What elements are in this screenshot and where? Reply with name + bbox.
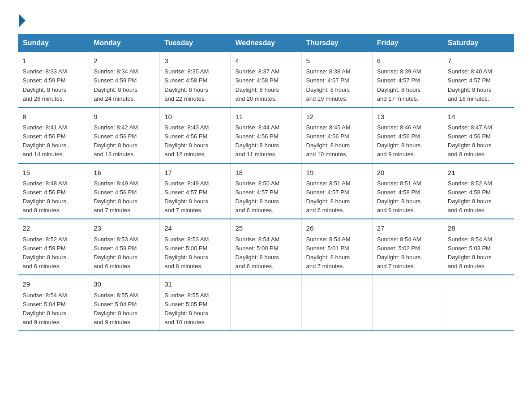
day-info: Sunrise: 8:33 AMSunset: 4:59 PMDaylight:… [23, 67, 85, 103]
calendar-cell: 6Sunrise: 8:39 AMSunset: 4:57 PMDaylight… [372, 52, 443, 107]
day-number: 24 [164, 223, 226, 233]
day-number: 17 [164, 167, 226, 178]
day-number: 12 [306, 111, 368, 122]
calendar-week-row: 22Sunrise: 8:52 AMSunset: 4:59 PMDayligh… [18, 219, 514, 275]
calendar-cell: 27Sunrise: 8:54 AMSunset: 5:02 PMDayligh… [372, 219, 443, 275]
calendar-week-row: 8Sunrise: 8:41 AMSunset: 4:56 PMDaylight… [18, 107, 514, 163]
calendar-table: SundayMondayTuesdayWednesdayThursdayFrid… [18, 34, 514, 331]
calendar-header-monday: Monday [89, 34, 160, 52]
calendar-cell: 10Sunrise: 8:43 AMSunset: 4:56 PMDayligh… [160, 107, 231, 163]
day-info: Sunrise: 8:54 AMSunset: 5:04 PMDaylight:… [23, 291, 85, 327]
day-number: 13 [377, 111, 438, 122]
day-info: Sunrise: 8:52 AMSunset: 4:58 PMDaylight:… [448, 179, 510, 215]
day-number: 1 [23, 56, 85, 66]
day-info: Sunrise: 8:53 AMSunset: 5:00 PMDaylight:… [164, 235, 226, 271]
day-info: Sunrise: 8:53 AMSunset: 4:59 PMDaylight:… [94, 235, 155, 271]
day-info: Sunrise: 8:54 AMSunset: 5:00 PMDaylight:… [235, 235, 296, 271]
day-info: Sunrise: 8:46 AMSunset: 4:56 PMDaylight:… [377, 123, 438, 159]
calendar-cell: 18Sunrise: 8:50 AMSunset: 4:57 PMDayligh… [231, 163, 301, 219]
day-info: Sunrise: 8:54 AMSunset: 5:03 PMDaylight:… [448, 235, 510, 271]
day-info: Sunrise: 8:54 AMSunset: 5:02 PMDaylight:… [377, 235, 438, 271]
day-number: 2 [94, 56, 155, 66]
calendar-header-friday: Friday [372, 34, 443, 52]
day-number: 8 [23, 111, 85, 122]
calendar-cell: 13Sunrise: 8:46 AMSunset: 4:56 PMDayligh… [372, 107, 443, 163]
day-info: Sunrise: 8:51 AMSunset: 4:57 PMDaylight:… [306, 179, 368, 215]
calendar-cell: 9Sunrise: 8:42 AMSunset: 4:56 PMDaylight… [89, 107, 160, 163]
calendar-cell: 26Sunrise: 8:54 AMSunset: 5:01 PMDayligh… [301, 219, 372, 275]
calendar-cell: 8Sunrise: 8:41 AMSunset: 4:56 PMDaylight… [18, 107, 89, 163]
calendar-cell: 1Sunrise: 8:33 AMSunset: 4:59 PMDaylight… [18, 52, 89, 107]
logo [18, 13, 26, 25]
calendar-cell: 24Sunrise: 8:53 AMSunset: 5:00 PMDayligh… [160, 219, 231, 275]
logo-arrow-icon [19, 14, 26, 27]
day-number: 27 [377, 223, 438, 233]
calendar-cell: 16Sunrise: 8:49 AMSunset: 4:56 PMDayligh… [89, 163, 160, 219]
day-number: 29 [23, 279, 85, 289]
calendar-week-row: 15Sunrise: 8:48 AMSunset: 4:56 PMDayligh… [18, 163, 514, 219]
day-info: Sunrise: 8:35 AMSunset: 4:58 PMDaylight:… [164, 67, 226, 103]
day-number: 10 [164, 111, 226, 122]
day-number: 31 [164, 279, 226, 289]
calendar-week-row: 1Sunrise: 8:33 AMSunset: 4:59 PMDaylight… [18, 52, 514, 107]
calendar-cell: 19Sunrise: 8:51 AMSunset: 4:57 PMDayligh… [301, 163, 372, 219]
day-info: Sunrise: 8:40 AMSunset: 4:57 PMDaylight:… [448, 67, 510, 103]
calendar-header-saturday: Saturday [443, 34, 514, 52]
calendar-cell: 14Sunrise: 8:47 AMSunset: 4:56 PMDayligh… [443, 107, 514, 163]
calendar-cell: 28Sunrise: 8:54 AMSunset: 5:03 PMDayligh… [443, 219, 514, 275]
day-number: 19 [306, 167, 368, 178]
calendar-cell [372, 275, 443, 331]
calendar-cell [231, 275, 301, 331]
calendar-cell: 17Sunrise: 8:49 AMSunset: 4:57 PMDayligh… [160, 163, 231, 219]
day-info: Sunrise: 8:49 AMSunset: 4:56 PMDaylight:… [94, 179, 155, 215]
day-info: Sunrise: 8:34 AMSunset: 4:59 PMDaylight:… [94, 67, 155, 103]
calendar-header-thursday: Thursday [301, 34, 372, 52]
calendar-cell: 25Sunrise: 8:54 AMSunset: 5:00 PMDayligh… [231, 219, 301, 275]
day-number: 26 [306, 223, 368, 233]
day-info: Sunrise: 8:50 AMSunset: 4:57 PMDaylight:… [235, 179, 296, 215]
calendar-header-tuesday: Tuesday [160, 34, 231, 52]
day-info: Sunrise: 8:48 AMSunset: 4:56 PMDaylight:… [23, 179, 85, 215]
day-info: Sunrise: 8:37 AMSunset: 4:58 PMDaylight:… [235, 67, 296, 103]
calendar-cell: 7Sunrise: 8:40 AMSunset: 4:57 PMDaylight… [443, 52, 514, 107]
day-info: Sunrise: 8:55 AMSunset: 5:05 PMDaylight:… [164, 291, 226, 327]
calendar-header-row: SundayMondayTuesdayWednesdayThursdayFrid… [18, 34, 514, 52]
day-number: 30 [94, 279, 155, 289]
calendar-cell [301, 275, 372, 331]
day-number: 5 [306, 56, 368, 66]
calendar-cell: 2Sunrise: 8:34 AMSunset: 4:59 PMDaylight… [89, 52, 160, 107]
day-number: 6 [377, 56, 438, 66]
day-info: Sunrise: 8:51 AMSunset: 4:58 PMDaylight:… [377, 179, 438, 215]
calendar-cell: 22Sunrise: 8:52 AMSunset: 4:59 PMDayligh… [18, 219, 89, 275]
day-info: Sunrise: 8:41 AMSunset: 4:56 PMDaylight:… [23, 123, 85, 159]
calendar-cell: 29Sunrise: 8:54 AMSunset: 5:04 PMDayligh… [18, 275, 89, 331]
calendar-header-wednesday: Wednesday [231, 34, 301, 52]
calendar-cell: 4Sunrise: 8:37 AMSunset: 4:58 PMDaylight… [231, 52, 301, 107]
day-info: Sunrise: 8:49 AMSunset: 4:57 PMDaylight:… [164, 179, 226, 215]
day-info: Sunrise: 8:42 AMSunset: 4:56 PMDaylight:… [94, 123, 155, 159]
day-info: Sunrise: 8:47 AMSunset: 4:56 PMDaylight:… [448, 123, 510, 159]
calendar-cell: 30Sunrise: 8:55 AMSunset: 5:04 PMDayligh… [89, 275, 160, 331]
day-info: Sunrise: 8:39 AMSunset: 4:57 PMDaylight:… [377, 67, 438, 103]
day-number: 15 [23, 167, 85, 178]
day-number: 3 [164, 56, 226, 66]
day-number: 4 [235, 56, 296, 66]
calendar-cell: 12Sunrise: 8:45 AMSunset: 4:56 PMDayligh… [301, 107, 372, 163]
day-number: 25 [235, 223, 296, 233]
day-number: 23 [94, 223, 155, 233]
day-number: 21 [448, 167, 510, 178]
calendar-cell: 23Sunrise: 8:53 AMSunset: 4:59 PMDayligh… [89, 219, 160, 275]
day-info: Sunrise: 8:44 AMSunset: 4:56 PMDaylight:… [235, 123, 296, 159]
day-info: Sunrise: 8:54 AMSunset: 5:01 PMDaylight:… [306, 235, 368, 271]
day-number: 16 [94, 167, 155, 178]
calendar-header-sunday: Sunday [18, 34, 89, 52]
calendar-cell: 3Sunrise: 8:35 AMSunset: 4:58 PMDaylight… [160, 52, 231, 107]
day-number: 9 [94, 111, 155, 122]
day-number: 11 [235, 111, 296, 122]
page-header [18, 13, 514, 25]
day-number: 7 [448, 56, 510, 66]
calendar-cell: 5Sunrise: 8:38 AMSunset: 4:57 PMDaylight… [301, 52, 372, 107]
calendar-week-row: 29Sunrise: 8:54 AMSunset: 5:04 PMDayligh… [18, 275, 514, 331]
day-number: 14 [448, 111, 510, 122]
day-number: 20 [377, 167, 438, 178]
